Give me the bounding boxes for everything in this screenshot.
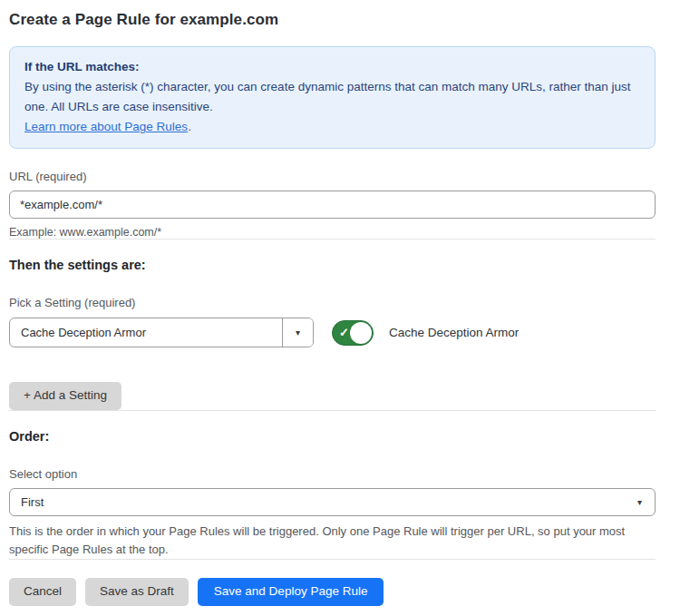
link-suffix-period: .: [188, 120, 191, 133]
url-match-info-box: If the URL matches: By using the asteris…: [9, 46, 656, 149]
setting-toggle-label: Cache Deception Armor: [389, 326, 519, 339]
settings-section-heading: Then the settings are:: [9, 258, 656, 272]
chevron-down-icon: ▾: [637, 497, 642, 507]
save-deploy-button[interactable]: Save and Deploy Page Rule: [198, 578, 384, 606]
setting-dropdown-arrow-button[interactable]: ▾: [282, 318, 313, 347]
setting-dropdown-value: Cache Deception Armor: [10, 318, 282, 347]
create-page-rule-form: Create a Page Rule for example.com If th…: [0, 0, 680, 606]
order-select-label: Select option: [9, 467, 656, 481]
cancel-button[interactable]: Cancel: [9, 578, 76, 606]
section-divider: [9, 410, 656, 411]
check-icon: ✓: [339, 327, 349, 338]
chevron-down-icon: ▾: [296, 328, 300, 337]
section-divider: [9, 559, 656, 560]
setting-row: Cache Deception Armor ▾ ✓ Cache Deceptio…: [9, 318, 656, 347]
url-example-text: Example: www.example.com/*: [9, 226, 656, 239]
order-select-value: First: [21, 495, 44, 509]
page-title: Create a Page Rule for example.com: [9, 11, 656, 29]
setting-dropdown[interactable]: Cache Deception Armor ▾: [9, 318, 314, 347]
section-divider: [9, 239, 656, 240]
order-section-heading: Order:: [9, 429, 656, 444]
order-select[interactable]: First ▾: [9, 488, 656, 516]
setting-toggle[interactable]: ✓: [332, 320, 374, 346]
info-box-heading: If the URL matches:: [24, 57, 640, 77]
footer-actions: Cancel Save as Draft Save and Deploy Pag…: [9, 578, 656, 606]
info-box-link-line: Learn more about Page Rules.: [24, 117, 640, 137]
order-helper-text: This is the order in which your Page Rul…: [9, 523, 644, 559]
add-setting-button[interactable]: + Add a Setting: [9, 382, 121, 410]
save-draft-button[interactable]: Save as Draft: [85, 578, 189, 606]
learn-more-link[interactable]: Learn more about Page Rules: [24, 120, 188, 133]
url-field-label: URL (required): [9, 170, 656, 183]
url-input[interactable]: [9, 191, 656, 219]
setting-picker-label: Pick a Setting (required): [9, 296, 656, 309]
info-box-body: By using the asterisk (*) character, you…: [24, 77, 640, 117]
toggle-knob: [350, 322, 372, 344]
